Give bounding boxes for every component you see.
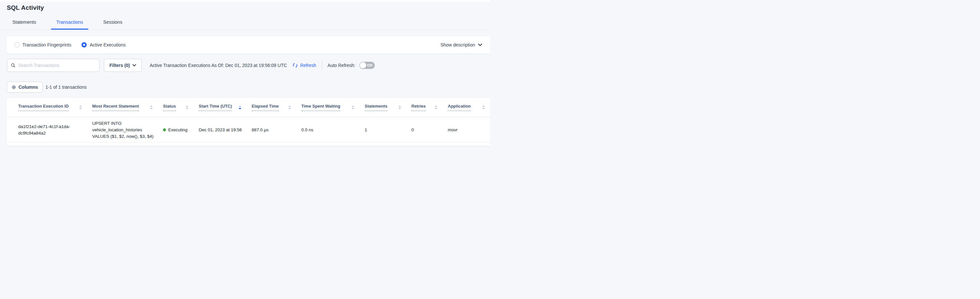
sort-icon[interactable] [288, 105, 291, 110]
auto-refresh-label: Auto Refresh: [328, 63, 356, 68]
sort-icon[interactable] [150, 105, 153, 110]
sort-icon[interactable] [186, 105, 188, 110]
view-mode-radio-group: Transaction Fingerprints Active Executio… [14, 42, 136, 48]
column-header-time-spent-waiting[interactable]: Time Spent Waiting [301, 104, 365, 111]
radio-label[interactable]: Transaction Fingerprints [22, 42, 71, 48]
table-row: da1f21e2-de71-4c1f-a1da-dc9fc94a84a2 UPS… [6, 117, 490, 143]
cell-most-recent-statement: UPSERT INTO vehicle_location_histories V… [92, 120, 163, 140]
table-controls-row: Columns 1-1 of 1 transactions [7, 82, 490, 93]
cell-time-spent-waiting: 0.0 ns [301, 127, 365, 133]
column-header-statements[interactable]: Statements [365, 104, 411, 111]
as-of-timestamp: Active Transaction Executions As Of: Dec… [150, 63, 287, 68]
show-description-button[interactable]: Show description [440, 42, 482, 48]
sort-icon[interactable] [352, 105, 354, 110]
gear-icon [11, 85, 16, 90]
column-header-status[interactable]: Status [163, 104, 199, 111]
search-input[interactable] [18, 63, 96, 68]
refresh-button[interactable]: Refresh [292, 62, 316, 68]
chevron-down-icon [478, 43, 482, 46]
column-header-start-time[interactable]: Start Time (UTC) [199, 104, 251, 111]
filters-button[interactable]: Filters (0) [104, 59, 142, 72]
radio-label[interactable]: Active Executions [90, 42, 126, 48]
cell-retries: 0 [411, 127, 448, 133]
executing-status-dot-icon [163, 128, 166, 131]
columns-button-label: Columns [19, 85, 38, 90]
transactions-table: Transaction Execution ID Most Recent Sta… [6, 98, 490, 146]
toggle-state-label: Off [367, 63, 372, 67]
cell-status: Executing [163, 127, 199, 133]
toolbar-divider [322, 61, 322, 70]
radio-selected-icon[interactable] [81, 42, 87, 48]
table-header-row: Transaction Execution ID Most Recent Sta… [6, 98, 490, 117]
toolbar: Filters (0) Active Transaction Execution… [7, 59, 490, 72]
cell-start-time: Dec 01, 2023 at 19:56 [199, 127, 251, 133]
refresh-icon [292, 62, 298, 68]
sort-icon-active-desc[interactable] [239, 105, 241, 110]
column-header-application[interactable]: Application [448, 104, 487, 111]
top-edge-strip [0, 0, 490, 2]
cell-transaction-execution-id[interactable]: da1f21e2-de71-4c1f-a1da-dc9fc94a84a2 [18, 123, 92, 136]
radio-transaction-fingerprints[interactable]: Transaction Fingerprints [14, 42, 71, 48]
column-header-elapsed-time[interactable]: Elapsed Time [251, 104, 301, 111]
sort-icon[interactable] [79, 105, 82, 110]
sort-icon[interactable] [398, 105, 401, 110]
search-icon [11, 63, 16, 68]
sort-icon[interactable] [435, 105, 438, 110]
sort-icon[interactable] [482, 105, 485, 110]
cell-application: movr [448, 127, 487, 133]
page-title: SQL Activity [7, 4, 490, 11]
tab-statements[interactable]: Statements [7, 19, 41, 30]
columns-button[interactable]: Columns [7, 82, 43, 93]
radio-active-executions[interactable]: Active Executions [81, 42, 126, 48]
chevron-down-icon [132, 64, 136, 67]
result-count: 1-1 of 1 transactions [45, 85, 87, 90]
tab-bar: Statements Transactions Sessions [0, 19, 490, 30]
toggle-knob[interactable] [360, 62, 366, 69]
status-label: Executing [168, 127, 187, 133]
show-description-label: Show description [440, 42, 475, 48]
view-mode-card: Transaction Fingerprints Active Executio… [6, 36, 490, 54]
auto-refresh-toggle[interactable]: Off [360, 62, 375, 69]
tab-sessions[interactable]: Sessions [98, 19, 127, 30]
cell-statements: 1 [365, 127, 411, 133]
column-header-transaction-execution-id[interactable]: Transaction Execution ID [18, 104, 92, 111]
column-header-most-recent-statement[interactable]: Most Recent Statement [92, 104, 163, 111]
refresh-label[interactable]: Refresh [301, 63, 316, 68]
column-header-retries[interactable]: Retries [411, 104, 448, 111]
tab-transactions[interactable]: Transactions [51, 19, 88, 30]
radio-unselected-icon[interactable] [14, 42, 19, 48]
cell-elapsed-time: 887.0 µs [251, 127, 301, 133]
search-box[interactable] [7, 59, 99, 72]
filters-label: Filters (0) [110, 63, 130, 68]
